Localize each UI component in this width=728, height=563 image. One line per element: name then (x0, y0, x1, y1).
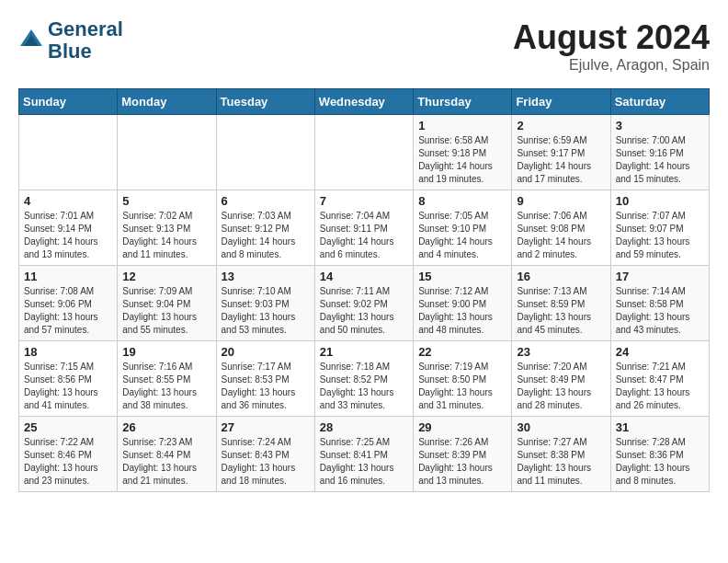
day-info: Sunrise: 7:08 AMSunset: 9:06 PMDaylight:… (24, 285, 112, 337)
day-info: Sunrise: 7:12 AMSunset: 9:00 PMDaylight:… (418, 285, 506, 337)
day-number: 7 (320, 194, 408, 208)
weekday-header: Sunday (19, 89, 118, 115)
page-header: General Blue August 2024 Ejulve, Aragon,… (18, 18, 710, 74)
day-info: Sunrise: 6:59 AMSunset: 9:17 PMDaylight:… (517, 134, 605, 186)
day-number: 26 (122, 420, 210, 434)
calendar-cell: 6Sunrise: 7:03 AMSunset: 9:12 PMDaylight… (216, 190, 314, 266)
calendar-cell: 16Sunrise: 7:13 AMSunset: 8:59 PMDayligh… (512, 266, 610, 341)
calendar-table: SundayMondayTuesdayWednesdayThursdayFrid… (18, 88, 710, 492)
day-number: 15 (418, 270, 506, 283)
calendar-cell: 20Sunrise: 7:17 AMSunset: 8:53 PMDayligh… (216, 341, 314, 417)
day-info: Sunrise: 7:18 AMSunset: 8:52 PMDaylight:… (320, 361, 408, 412)
calendar-cell: 23Sunrise: 7:20 AMSunset: 8:49 PMDayligh… (512, 341, 610, 417)
day-info: Sunrise: 7:02 AMSunset: 9:13 PMDaylight:… (122, 210, 210, 261)
day-number: 29 (418, 420, 506, 434)
day-number: 11 (24, 270, 112, 283)
day-info: Sunrise: 7:23 AMSunset: 8:44 PMDaylight:… (122, 436, 210, 488)
calendar-week-row: 11Sunrise: 7:08 AMSunset: 9:06 PMDayligh… (19, 266, 710, 341)
day-info: Sunrise: 7:06 AMSunset: 9:08 PMDaylight:… (517, 210, 605, 261)
weekday-header: Thursday (414, 89, 512, 115)
logo: General Blue (18, 18, 123, 63)
calendar-cell: 27Sunrise: 7:24 AMSunset: 8:43 PMDayligh… (216, 417, 314, 492)
calendar-cell: 10Sunrise: 7:07 AMSunset: 9:07 PMDayligh… (610, 190, 709, 266)
day-info: Sunrise: 7:13 AMSunset: 8:59 PMDaylight:… (517, 285, 605, 337)
day-number: 27 (222, 420, 310, 434)
calendar-cell: 9Sunrise: 7:06 AMSunset: 9:08 PMDaylight… (512, 190, 610, 266)
day-number: 20 (222, 345, 310, 359)
calendar-header: SundayMondayTuesdayWednesdayThursdayFrid… (19, 89, 710, 115)
calendar-cell: 25Sunrise: 7:22 AMSunset: 8:46 PMDayligh… (19, 417, 118, 492)
day-info: Sunrise: 7:10 AMSunset: 9:03 PMDaylight:… (222, 285, 310, 337)
calendar-cell: 5Sunrise: 7:02 AMSunset: 9:13 PMDaylight… (118, 190, 216, 266)
calendar-cell: 3Sunrise: 7:00 AMSunset: 9:16 PMDaylight… (610, 115, 709, 190)
calendar-cell: 11Sunrise: 7:08 AMSunset: 9:06 PMDayligh… (19, 266, 118, 341)
weekday-header: Saturday (610, 89, 709, 115)
logo-line2: Blue (48, 40, 123, 63)
calendar-cell: 30Sunrise: 7:27 AMSunset: 8:38 PMDayligh… (512, 417, 610, 492)
day-number: 31 (616, 420, 704, 434)
calendar-cell: 24Sunrise: 7:21 AMSunset: 8:47 PMDayligh… (610, 341, 709, 417)
location: Ejulve, Aragon, Spain (513, 57, 710, 74)
day-info: Sunrise: 7:21 AMSunset: 8:47 PMDaylight:… (616, 361, 704, 412)
calendar-cell: 1Sunrise: 6:58 AMSunset: 9:18 PMDaylight… (414, 115, 512, 190)
day-number: 24 (616, 345, 704, 359)
calendar-cell: 17Sunrise: 7:14 AMSunset: 8:58 PMDayligh… (610, 266, 709, 341)
day-info: Sunrise: 7:24 AMSunset: 8:43 PMDaylight:… (222, 436, 310, 488)
calendar-cell: 18Sunrise: 7:15 AMSunset: 8:56 PMDayligh… (19, 341, 118, 417)
calendar-week-row: 18Sunrise: 7:15 AMSunset: 8:56 PMDayligh… (19, 341, 710, 417)
day-info: Sunrise: 7:15 AMSunset: 8:56 PMDaylight:… (24, 361, 112, 412)
day-number: 12 (122, 270, 210, 283)
day-number: 4 (24, 194, 112, 208)
logo-line1: General (48, 18, 123, 40)
day-info: Sunrise: 7:09 AMSunset: 9:04 PMDaylight:… (122, 285, 210, 337)
day-number: 16 (517, 270, 605, 283)
calendar-cell: 7Sunrise: 7:04 AMSunset: 9:11 PMDaylight… (314, 190, 413, 266)
calendar-cell: 12Sunrise: 7:09 AMSunset: 9:04 PMDayligh… (118, 266, 216, 341)
calendar-cell: 31Sunrise: 7:28 AMSunset: 8:36 PMDayligh… (610, 417, 709, 492)
calendar-cell: 8Sunrise: 7:05 AMSunset: 9:10 PMDaylight… (414, 190, 512, 266)
calendar-cell: 29Sunrise: 7:26 AMSunset: 8:39 PMDayligh… (414, 417, 512, 492)
day-info: Sunrise: 7:26 AMSunset: 8:39 PMDaylight:… (418, 436, 506, 488)
day-info: Sunrise: 7:00 AMSunset: 9:16 PMDaylight:… (616, 134, 704, 186)
day-info: Sunrise: 7:07 AMSunset: 9:07 PMDaylight:… (616, 210, 704, 261)
day-number: 21 (320, 345, 408, 359)
day-number: 9 (517, 194, 605, 208)
calendar-cell: 4Sunrise: 7:01 AMSunset: 9:14 PMDaylight… (19, 190, 118, 266)
calendar-cell (118, 115, 216, 190)
weekday-header: Wednesday (314, 89, 413, 115)
calendar-cell: 28Sunrise: 7:25 AMSunset: 8:41 PMDayligh… (314, 417, 413, 492)
day-info: Sunrise: 7:28 AMSunset: 8:36 PMDaylight:… (616, 436, 704, 488)
calendar-cell: 14Sunrise: 7:11 AMSunset: 9:02 PMDayligh… (314, 266, 413, 341)
calendar-cell: 15Sunrise: 7:12 AMSunset: 9:00 PMDayligh… (414, 266, 512, 341)
day-number: 14 (320, 270, 408, 283)
day-number: 2 (517, 119, 605, 132)
calendar-week-row: 1Sunrise: 6:58 AMSunset: 9:18 PMDaylight… (19, 115, 710, 190)
weekday-header: Tuesday (216, 89, 314, 115)
calendar-body: 1Sunrise: 6:58 AMSunset: 9:18 PMDaylight… (19, 115, 710, 492)
day-number: 19 (122, 345, 210, 359)
day-number: 18 (24, 345, 112, 359)
day-info: Sunrise: 7:11 AMSunset: 9:02 PMDaylight:… (320, 285, 408, 337)
calendar-cell (314, 115, 413, 190)
calendar-cell: 22Sunrise: 7:19 AMSunset: 8:50 PMDayligh… (414, 341, 512, 417)
title-block: August 2024 Ejulve, Aragon, Spain (513, 18, 710, 74)
header-row: SundayMondayTuesdayWednesdayThursdayFrid… (19, 89, 710, 115)
calendar-week-row: 4Sunrise: 7:01 AMSunset: 9:14 PMDaylight… (19, 190, 710, 266)
weekday-header: Friday (512, 89, 610, 115)
day-number: 25 (24, 420, 112, 434)
day-info: Sunrise: 7:03 AMSunset: 9:12 PMDaylight:… (222, 210, 310, 261)
day-number: 23 (517, 345, 605, 359)
month-year: August 2024 (513, 18, 710, 57)
day-info: Sunrise: 7:19 AMSunset: 8:50 PMDaylight:… (418, 361, 506, 412)
calendar-cell: 2Sunrise: 6:59 AMSunset: 9:17 PMDaylight… (512, 115, 610, 190)
calendar-cell: 19Sunrise: 7:16 AMSunset: 8:55 PMDayligh… (118, 341, 216, 417)
day-info: Sunrise: 7:25 AMSunset: 8:41 PMDaylight:… (320, 436, 408, 488)
calendar-cell (19, 115, 118, 190)
day-info: Sunrise: 7:04 AMSunset: 9:11 PMDaylight:… (320, 210, 408, 261)
day-info: Sunrise: 7:17 AMSunset: 8:53 PMDaylight:… (222, 361, 310, 412)
day-info: Sunrise: 7:05 AMSunset: 9:10 PMDaylight:… (418, 210, 506, 261)
day-info: Sunrise: 7:14 AMSunset: 8:58 PMDaylight:… (616, 285, 704, 337)
day-number: 17 (616, 270, 704, 283)
day-info: Sunrise: 7:01 AMSunset: 9:14 PMDaylight:… (24, 210, 112, 261)
calendar-cell (216, 115, 314, 190)
